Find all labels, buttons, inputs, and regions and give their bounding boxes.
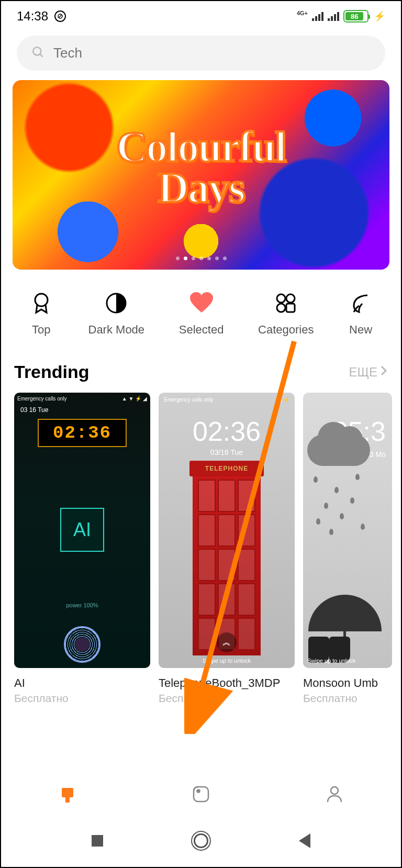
theme-price: Бесплатно xyxy=(303,692,392,705)
signal-icon xyxy=(312,12,323,21)
bottom-nav xyxy=(1,774,401,815)
theme-card[interactable]: Emergency calls only▲ ▼ ⚡ ◢ 03 16 Tue 02… xyxy=(14,393,150,705)
svg-rect-10 xyxy=(62,788,73,797)
profile-icon xyxy=(325,784,344,804)
filter-new[interactable]: New xyxy=(348,291,373,337)
theme-thumb: Emergency calls only◢ ⚡ 02:36 03/16 Tue … xyxy=(159,393,295,668)
theme-thumb: Emergency calls only▲ ▼ ⚡ ◢ 03 16 Tue 02… xyxy=(14,393,150,668)
more-button[interactable]: ЕЩЕ xyxy=(349,365,388,380)
wallpaper-icon xyxy=(191,784,211,804)
back-button[interactable] xyxy=(299,833,310,848)
theme-thumb: 05:3 07/13 Mo Swipe up to unlock xyxy=(303,393,392,668)
signal-icon-2 xyxy=(328,12,339,21)
filter-selected[interactable]: Selected xyxy=(179,291,224,337)
filter-row: Top Dark Mode Selected Categories New xyxy=(12,291,390,337)
nav-profile[interactable] xyxy=(323,783,345,805)
filter-top[interactable]: Top xyxy=(29,291,54,337)
heart-icon xyxy=(189,291,214,316)
hero-title: Colourful Days xyxy=(13,127,389,208)
svg-point-14 xyxy=(331,787,338,794)
theme-card[interactable]: Emergency calls only◢ ⚡ 02:36 03/16 Tue … xyxy=(159,393,295,705)
status-left: 14:38 xyxy=(17,9,66,24)
theme-price: Бесплатно xyxy=(159,692,295,705)
more-label: ЕЩЕ xyxy=(349,365,377,380)
home-button[interactable] xyxy=(194,833,208,848)
filter-label: Categories xyxy=(258,323,314,337)
theme-name: Monsoon Umb xyxy=(303,676,392,690)
search-bar[interactable] xyxy=(17,36,385,71)
charging-icon: ⚡ xyxy=(374,10,385,22)
themes-icon xyxy=(57,784,78,805)
theme-name: TelephoneBooth_3MDP xyxy=(159,676,295,690)
hero-title-line1: Colourful xyxy=(13,127,389,168)
search-icon xyxy=(31,46,45,61)
filter-label: Dark Mode xyxy=(88,323,145,337)
battery-icon: 86 xyxy=(343,10,368,23)
status-right: 4G+ 86 ⚡ xyxy=(297,10,385,23)
hero-banner[interactable]: Colourful Days xyxy=(13,80,389,270)
svg-rect-11 xyxy=(65,797,70,803)
battery-percent: 86 xyxy=(345,12,363,20)
theme-name: AI xyxy=(14,676,150,690)
status-bar: 14:38 4G+ 86 ⚡ xyxy=(1,1,401,26)
filter-label: Selected xyxy=(179,323,224,337)
contrast-icon xyxy=(104,291,129,316)
recent-apps-button[interactable] xyxy=(92,835,103,847)
chevron-right-icon xyxy=(379,365,388,380)
trending-row[interactable]: Emergency calls only▲ ▼ ⚡ ◢ 03 16 Tue 02… xyxy=(14,393,401,705)
nav-wallpaper[interactable] xyxy=(190,783,212,805)
chevron-up-icon: ︽ xyxy=(217,632,237,652)
network-type: 4G+ xyxy=(297,10,308,16)
section-title: Trending xyxy=(14,362,90,382)
search-input[interactable] xyxy=(53,45,371,61)
svg-line-3 xyxy=(40,54,42,57)
theme-card[interactable]: 05:3 07/13 Mo Swipe up to unlock Monsoon… xyxy=(303,393,392,705)
theme-price: Бесплатно xyxy=(14,692,150,705)
system-nav xyxy=(1,815,401,867)
hero-title-line2: Days xyxy=(13,168,389,208)
svg-rect-9 xyxy=(286,304,295,312)
svg-point-13 xyxy=(197,790,199,793)
filter-label: New xyxy=(349,323,372,337)
filter-categories[interactable]: Categories xyxy=(258,291,314,337)
nav-themes[interactable] xyxy=(57,783,79,805)
svg-point-6 xyxy=(277,294,285,303)
svg-point-7 xyxy=(286,294,295,303)
svg-point-8 xyxy=(277,304,285,312)
filter-label: Top xyxy=(32,323,50,337)
filter-dark-mode[interactable]: Dark Mode xyxy=(88,291,145,337)
svg-rect-12 xyxy=(194,787,208,802)
svg-point-4 xyxy=(35,294,48,306)
medal-icon xyxy=(29,291,54,316)
do-not-disturb-icon xyxy=(54,10,66,22)
leaf-icon xyxy=(348,291,373,316)
hero-pager-dots xyxy=(13,257,389,260)
svg-point-2 xyxy=(33,47,41,55)
status-time: 14:38 xyxy=(17,9,48,24)
grid-icon xyxy=(273,291,298,316)
trending-header: Trending ЕЩЕ xyxy=(14,362,388,382)
svg-line-1 xyxy=(59,15,62,18)
